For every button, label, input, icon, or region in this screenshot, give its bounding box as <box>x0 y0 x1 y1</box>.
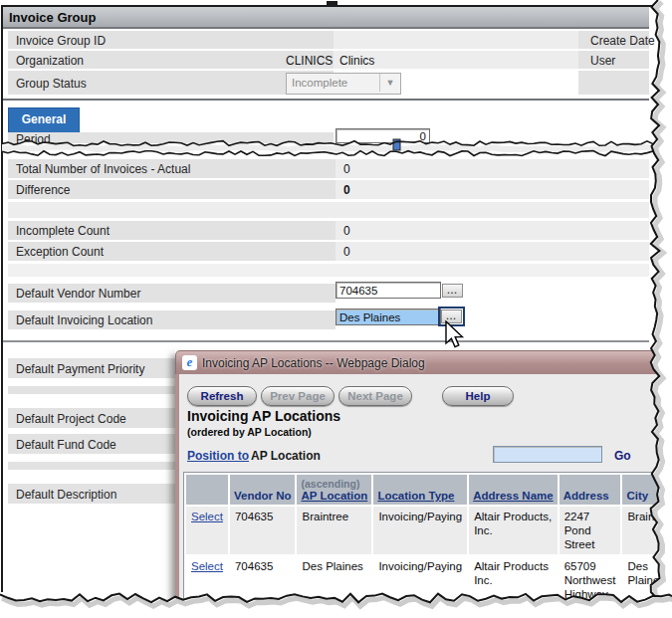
organization-label: Organization <box>16 54 84 68</box>
ap-locations-table: Vendor No (ascending)AP Location Locatio… <box>183 472 672 607</box>
invoice-group-id-label: Invoice Group ID <box>16 34 106 48</box>
default-project-code-label: Default Project Code <box>16 412 126 426</box>
ap-location-cell: Braintree <box>297 507 371 554</box>
default-payment-priority-label: Default Payment Priority <box>16 362 144 376</box>
vendor-number-lookup-button[interactable]: ... <box>442 284 463 298</box>
field-label-cell <box>578 71 649 95</box>
next-page-button[interactable]: Next Page <box>338 386 412 406</box>
section-divider <box>3 99 649 101</box>
ap-location-header[interactable]: (ascending)AP Location <box>297 475 371 505</box>
group-status-value: Incomplete <box>292 77 347 89</box>
dialog-subheading: (ordered by AP Location) <box>187 426 312 438</box>
default-vendor-number-input[interactable] <box>336 282 441 299</box>
chevron-down-icon: ▼ <box>379 74 400 92</box>
position-to-input[interactable] <box>493 446 602 463</box>
address-cell: 2247 Pond Street <box>560 507 621 554</box>
default-invoicing-location-input[interactable] <box>336 309 441 325</box>
table-header-row: Vendor No (ascending)AP Location Locatio… <box>186 475 672 505</box>
total-invoices-actual-value: 0 <box>343 162 350 176</box>
page-title: Invoice Group <box>9 10 96 25</box>
group-status-select[interactable]: Incomplete ▼ <box>286 73 401 95</box>
address-header: Address <box>560 475 621 505</box>
exception-count-value: 0 <box>343 245 350 259</box>
prev-page-button[interactable]: Prev Page <box>261 386 335 406</box>
default-fund-code-label: Default Fund Code <box>16 438 116 452</box>
organization-value: CLINICS Clinics <box>286 54 374 68</box>
go-button[interactable]: Go <box>614 449 631 463</box>
screenshot-root: { "page": { "title": "Invoice Group", "h… <box>0 0 672 618</box>
page-left-border <box>1 5 3 592</box>
vendor-no-cell: 704635 <box>230 507 296 554</box>
webpage-dialog: e Invoicing AP Locations -- Webpage Dial… <box>175 350 672 607</box>
ie-icon: e <box>182 355 197 370</box>
spacer-row <box>8 264 649 277</box>
torn-edge-bottom <box>0 589 672 618</box>
spacer-row <box>8 202 649 218</box>
dialog-title-bar[interactable]: e Invoicing AP Locations -- Webpage Dial… <box>175 350 672 374</box>
dialog-heading: Invoicing AP Locations <box>187 408 340 424</box>
select-row-link[interactable]: Select <box>191 560 223 572</box>
location-type-header[interactable]: Location Type <box>373 475 467 505</box>
incomplete-count-value: 0 <box>343 224 350 238</box>
difference-value: 0 <box>343 183 350 197</box>
incomplete-count-label: Incomplete Count <box>16 224 110 238</box>
location-type-cell: Invoicing/Paying <box>373 507 467 554</box>
default-vendor-number-label: Default Vendor Number <box>16 287 140 301</box>
default-invoicing-location-label: Default Invoicing Location <box>16 313 152 327</box>
position-to-link[interactable]: Position to <box>187 449 249 463</box>
help-button[interactable]: Help <box>442 386 514 406</box>
refresh-button[interactable]: Refresh <box>187 386 257 406</box>
default-description-label: Default Description <box>16 488 116 502</box>
dialog-body: Refresh Prev Page Next Page Help Invoici… <box>175 374 672 607</box>
mouse-cursor-icon <box>444 320 466 350</box>
exception-count-label: Exception Count <box>16 245 104 259</box>
vendor-no-header: Vendor No <box>230 475 296 505</box>
select-row-link[interactable]: Select <box>191 511 223 522</box>
torn-edge-middle <box>2 138 657 158</box>
table-row: Select 704635 Braintree Invoicing/Paying… <box>186 507 672 554</box>
group-status-label: Group Status <box>16 77 87 91</box>
total-invoices-actual-label: Total Number of Invoices - Actual <box>16 162 190 176</box>
dialog-title: Invoicing AP Locations -- Webpage Dialog <box>202 356 425 370</box>
sort-direction-label: (ascending) <box>301 478 367 490</box>
difference-label: Difference <box>16 183 70 197</box>
address-name-header[interactable]: Address Name <box>469 475 558 505</box>
form-title-bar: Invoice Group <box>3 7 649 29</box>
address-name-cell: Altair Products, Inc. <box>469 507 558 554</box>
tab-general[interactable]: General <box>8 107 80 133</box>
torn-edge-right <box>645 0 672 618</box>
section-divider <box>3 340 649 342</box>
position-to-field-label: AP Location <box>251 449 321 463</box>
user-label: User <box>590 54 615 68</box>
select-column-header <box>186 475 228 505</box>
